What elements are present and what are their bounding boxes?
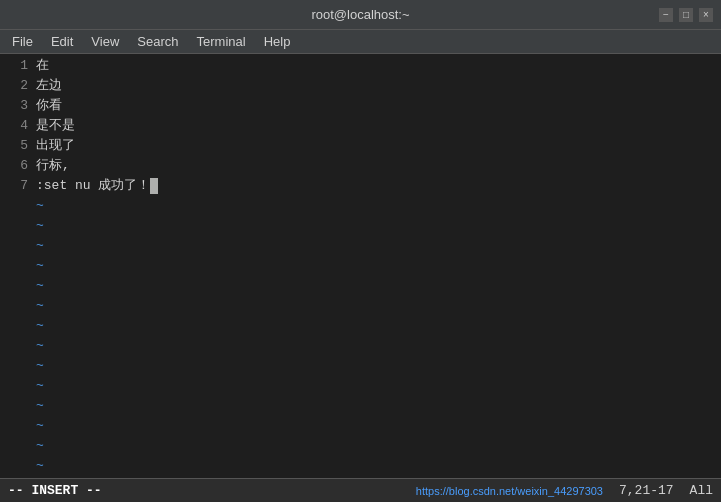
vim-mode: -- INSERT -- — [8, 483, 102, 498]
tilde-line: ~ — [0, 456, 721, 476]
menu-bar: File Edit View Search Terminal Help — [0, 30, 721, 54]
tilde-line: ~ — [0, 316, 721, 336]
menu-terminal[interactable]: Terminal — [189, 32, 254, 51]
tilde-line: ~ — [0, 256, 721, 276]
tilde-line: ~ — [0, 416, 721, 436]
line-number-4: 4 — [0, 116, 36, 136]
tilde-line: ~ — [0, 436, 721, 456]
close-button[interactable]: × — [699, 8, 713, 22]
line-number-7: 7 — [0, 176, 36, 196]
tilde-line: ~ — [0, 236, 721, 256]
editor-content: 1 在 2 左边 3 你看 4 是不是 5 出现了 6 行标, 7 — [0, 54, 721, 478]
status-right: https://blog.csdn.net/weixin_44297303 7,… — [416, 483, 713, 498]
tilde-line: ~ — [0, 336, 721, 356]
line-text-2: 左边 — [36, 76, 62, 96]
line-6: 6 行标, — [0, 156, 721, 176]
tilde-line: ~ — [0, 276, 721, 296]
menu-help[interactable]: Help — [256, 32, 299, 51]
line-text-6: 行标, — [36, 156, 70, 176]
minimize-button[interactable]: − — [659, 8, 673, 22]
tilde-line: ~ — [0, 216, 721, 236]
line-3: 3 你看 — [0, 96, 721, 116]
line-number-2: 2 — [0, 76, 36, 96]
window-controls: − □ × — [659, 8, 713, 22]
title-bar: root@localhost:~ − □ × — [0, 0, 721, 30]
line-number-5: 5 — [0, 136, 36, 156]
menu-search[interactable]: Search — [129, 32, 186, 51]
menu-view[interactable]: View — [83, 32, 127, 51]
status-link: https://blog.csdn.net/weixin_44297303 — [416, 485, 603, 497]
line-text-3: 你看 — [36, 96, 62, 116]
line-number-3: 3 — [0, 96, 36, 116]
line-number-1: 1 — [0, 56, 36, 76]
menu-file[interactable]: File — [4, 32, 41, 51]
text-cursor — [150, 178, 158, 194]
tilde-line: ~ — [0, 376, 721, 396]
line-1: 1 在 — [0, 56, 721, 76]
tilde-line: ~ — [0, 356, 721, 376]
tilde-line: ~ — [0, 396, 721, 416]
line-text-7: :set nu 成功了！ — [36, 176, 158, 196]
scroll-position: All — [690, 483, 713, 498]
editor-area[interactable]: 1 在 2 左边 3 你看 4 是不是 5 出现了 6 行标, 7 — [0, 54, 721, 478]
tilde-line: ~ — [0, 196, 721, 216]
line-text-4: 是不是 — [36, 116, 75, 136]
line-2: 2 左边 — [0, 76, 721, 96]
line-text-1: 在 — [36, 56, 49, 76]
maximize-button[interactable]: □ — [679, 8, 693, 22]
status-bar: -- INSERT -- https://blog.csdn.net/weixi… — [0, 478, 721, 502]
line-5: 5 出现了 — [0, 136, 721, 156]
line-4: 4 是不是 — [0, 116, 721, 136]
line-7: 7 :set nu 成功了！ — [0, 176, 721, 196]
line-text-5: 出现了 — [36, 136, 75, 156]
menu-edit[interactable]: Edit — [43, 32, 81, 51]
window-title: root@localhost:~ — [311, 7, 409, 22]
cursor-position: 7,21-17 — [619, 483, 674, 498]
tilde-line: ~ — [0, 476, 721, 478]
line-number-6: 6 — [0, 156, 36, 176]
tilde-line: ~ — [0, 296, 721, 316]
